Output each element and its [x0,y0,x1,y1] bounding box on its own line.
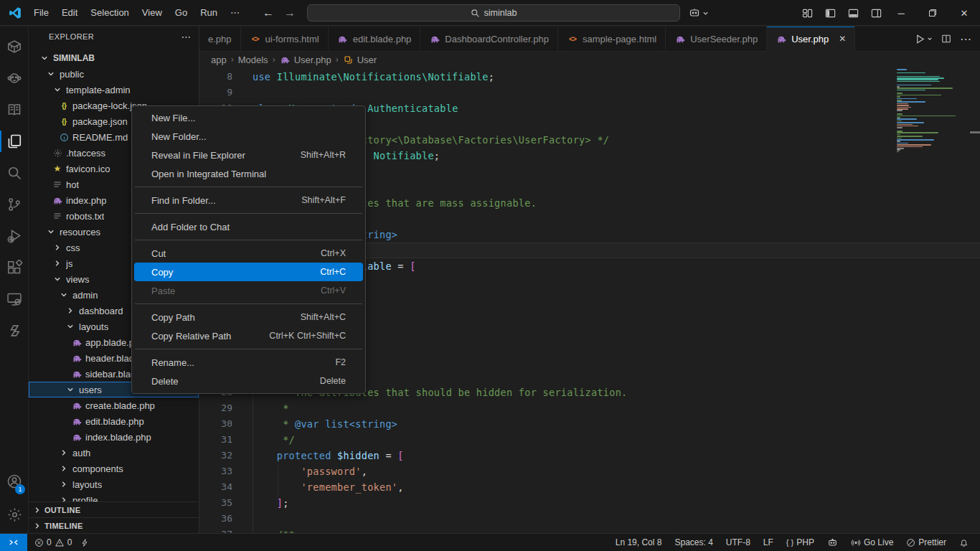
line-content: * [253,400,289,416]
tab-sample-page-html[interactable]: <>sample-page.html [558,27,666,51]
tab-user-php[interactable]: User.php✕ [767,27,855,51]
php-file-icon [71,368,83,380]
cursor-position[interactable]: Ln 19, Col 8 [611,537,666,547]
minimize-button[interactable]: ─ [885,0,917,26]
tab-ui-forms-html[interactable]: <>ui-forms.html [241,27,329,51]
more-actions-icon[interactable]: ⋯ [960,32,971,46]
breadcrumb-item-models[interactable]: Models [238,55,268,65]
tab-e-php[interactable]: e.php [199,27,241,51]
indentation[interactable]: Spaces: 4 [670,537,717,547]
context-menu-item-new-folder-[interactable]: New Folder... [134,127,363,146]
remote-indicator[interactable] [0,534,27,551]
run-code-button[interactable] [915,34,933,44]
tab-edit-blade-php[interactable]: edit.blade.php [329,27,421,51]
breadcrumb-item-app[interactable]: app [211,55,227,65]
tree-item-public[interactable]: public [29,66,199,82]
context-menu-item-find-in-folder-[interactable]: Find in Folder...Shift+Alt+F [134,191,363,209]
tree-item-profile[interactable]: profile [29,492,199,501]
extensions-icon[interactable] [0,252,29,283]
context-menu-item-copy[interactable]: CopyCtrl+C [134,263,363,281]
close-tab-icon[interactable]: ✕ [839,34,846,44]
explorer-more-actions-icon[interactable]: ⋯ [182,31,192,42]
menu-selection[interactable]: Selection [84,4,135,21]
prettier[interactable]: Prettier [902,537,951,547]
book-icon[interactable] [0,94,29,126]
breadcrumb-item-user-php[interactable]: User.php [280,54,331,65]
minimap-line [897,86,900,88]
menu-file[interactable]: File [27,4,55,21]
tree-item-create-blade-php[interactable]: create.blade.php [29,397,199,413]
context-menu-item-copy-path[interactable]: Copy PathShift+Alt+C [134,308,363,326]
menu-go[interactable]: Go [169,4,194,21]
context-menu-item-add-folder-to-chat[interactable]: Add Folder to Chat [134,217,363,236]
tree-item-siminlab[interactable]: SIMINLAB [29,50,199,66]
toggle-primary-sidebar-button[interactable] [822,5,838,21]
eol[interactable]: LF [759,537,778,547]
menu-more[interactable]: ⋯ [224,4,246,21]
copilot-status[interactable] [823,537,842,547]
minimap-line [897,95,941,96]
toggle-panel-button[interactable] [845,5,861,21]
minimap-line [897,116,956,117]
menu-item-shortcut: Shift+Alt+F [301,195,346,205]
tree-item-index-blade-php[interactable]: index.blade.php [29,429,199,445]
menu-edit[interactable]: Edit [55,4,84,21]
panel-timeline[interactable]: TIMELINE [29,517,199,533]
close-window-button[interactable]: ✕ [948,0,980,26]
editor-actions: ⋯ [906,27,980,51]
source-control-icon[interactable] [0,189,29,220]
account-icon[interactable]: 1 [0,464,29,499]
s-bolt-icon[interactable] [0,315,29,347]
lightning-indicator[interactable] [76,538,93,547]
run-debug-icon[interactable] [0,220,29,252]
status-bar: 0 0 Ln 19, Col 8Spaces: 4UTF-8LF{ }PHPGo… [0,533,980,551]
restore-button[interactable] [917,0,948,26]
tree-item-label: css [66,242,80,253]
encoding[interactable]: UTF-8 [722,537,755,547]
context-menu-item-reveal-in-file-explorer[interactable]: Reveal in File ExplorerShift+Alt+R [134,146,363,164]
notifications[interactable] [955,538,973,547]
minimap[interactable] [897,66,967,153]
minimap-line [897,126,918,127]
forward-arrow-icon[interactable]: → [284,6,296,19]
copilot-button[interactable] [689,4,709,22]
language-mode[interactable]: { }PHP [782,537,819,547]
search-icon[interactable] [0,157,29,189]
command-center-search[interactable]: siminlab [307,4,680,22]
tree-item-template-admin[interactable]: template-admin [29,82,199,98]
back-arrow-icon[interactable]: ← [263,6,274,19]
braces-icon: { } [786,538,793,547]
live-preview-icon[interactable] [0,283,29,315]
scrollbar-cursor-marker[interactable] [970,131,980,133]
context-menu-item-open-in-integrated-terminal[interactable]: Open in Integrated Terminal [134,164,363,183]
context-menu-item-delete[interactable]: DeleteDelete [134,372,363,390]
container-icon[interactable] [0,31,29,62]
line-number: 35 [199,495,232,511]
context-menu-item-new-file-[interactable]: New File... [134,108,363,127]
split-editor-button[interactable] [941,34,951,44]
tab-userseeder-php[interactable]: UserSeeder.php [666,27,767,51]
tree-item-edit-blade-php[interactable]: edit.blade.php [29,413,199,429]
panel-outline[interactable]: OUTLINE [29,501,199,517]
breadcrumb-item-user[interactable]: User [343,54,377,65]
menu-item-label: Copy [151,267,173,278]
tree-item-auth[interactable]: auth [29,445,199,461]
minimap-line [897,90,925,91]
context-menu-item-rename-[interactable]: Rename...F2 [134,353,363,372]
go-live[interactable]: Go Live [847,537,897,547]
context-menu-item-cut[interactable]: CutCtrl+X [134,244,363,263]
problems-indicator[interactable]: 0 0 [30,537,76,547]
tree-item-components[interactable]: components [29,461,199,476]
php-file-icon [52,194,63,206]
settings-gear-icon[interactable] [0,499,29,530]
context-menu-item-copy-relative-path[interactable]: Copy Relative PathCtrl+K Ctrl+Shift+C [134,326,363,345]
toggle-secondary-sidebar-button[interactable] [868,5,884,21]
tab-dashboardcontroller-php[interactable]: DashboardController.php [420,27,558,51]
tree-item-layouts[interactable]: layouts [29,476,199,492]
tree-item-label: admin [72,290,98,301]
customize-layout-button[interactable] [799,5,815,21]
explorer-icon[interactable] [0,126,29,157]
menu-run[interactable]: Run [194,4,224,21]
monkey-icon[interactable] [0,62,29,94]
menu-view[interactable]: View [136,4,169,21]
